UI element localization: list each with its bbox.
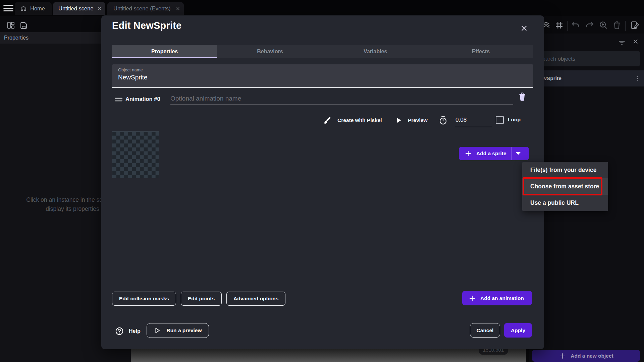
run-preview-button[interactable]: Run a preview: [147, 323, 209, 338]
play-outline-icon: [154, 327, 161, 334]
zoom-in-icon[interactable]: [598, 20, 608, 30]
animation-name-input[interactable]: [170, 93, 513, 105]
edit-points-button[interactable]: Edit points: [181, 292, 222, 306]
brush-icon: [323, 116, 331, 125]
preview-button[interactable]: Preview: [395, 113, 428, 127]
tab-properties[interactable]: Properties: [112, 45, 217, 58]
advanced-options-button[interactable]: Advanced options: [226, 292, 285, 306]
edit-scene-properties-icon[interactable]: [630, 20, 640, 30]
add-sprite-label: Add a sprite: [476, 150, 506, 157]
hamburger-menu-icon[interactable]: [3, 4, 13, 12]
object-list-item[interactable]: NewSprite: [529, 70, 644, 86]
undo-icon[interactable]: [571, 20, 581, 30]
filter-icon[interactable]: [618, 38, 626, 47]
tab-scene-label: Untitled scene: [58, 5, 94, 12]
save-icon[interactable]: [19, 21, 28, 30]
menu-item-files-from-device[interactable]: File(s) from your device: [522, 162, 608, 178]
preview-label: Preview: [408, 117, 428, 123]
object-name-field[interactable]: Object name: [112, 64, 533, 88]
loop-label: Loop: [508, 117, 521, 123]
close-tab-icon[interactable]: [97, 6, 102, 11]
add-sprite-dropdown-arrow[interactable]: [512, 152, 525, 155]
close-dialog-icon[interactable]: [519, 23, 530, 34]
help-label: Help: [129, 328, 141, 334]
add-sprite-dropdown-menu: File(s) from your device Choose from ass…: [522, 162, 608, 211]
plus-icon: [464, 149, 472, 158]
object-item-menu-icon[interactable]: [634, 75, 641, 82]
properties-panel-title: Properties: [4, 35, 29, 41]
plus-icon: [558, 352, 567, 360]
tab-events-label: Untitled scene (Events): [113, 5, 171, 12]
delete-animation-icon[interactable]: [517, 92, 527, 102]
cancel-button[interactable]: Cancel: [470, 323, 500, 338]
play-icon: [395, 117, 402, 124]
close-tab-icon[interactable]: [175, 6, 180, 11]
toolbar-separator: [625, 21, 626, 31]
plus-icon: [468, 294, 476, 302]
toolbar-separator: [567, 21, 568, 31]
add-new-object-label: Add a new object: [571, 353, 613, 359]
close-panel-icon[interactable]: [632, 38, 639, 45]
loop-checkbox[interactable]: [496, 116, 504, 124]
add-animation-button[interactable]: Add an animation: [462, 291, 532, 305]
tab-variables[interactable]: Variables: [323, 45, 428, 58]
time-between-frames-input[interactable]: [455, 115, 492, 127]
apply-button[interactable]: Apply: [504, 323, 532, 338]
grid-icon[interactable]: [554, 20, 564, 30]
object-name-label: Object name: [118, 67, 143, 72]
scene-canvas[interactable]: [131, 349, 526, 362]
redo-icon[interactable]: [585, 20, 595, 30]
tab-behaviors[interactable]: Behaviors: [217, 45, 322, 58]
tab-home[interactable]: Home: [15, 2, 52, 15]
panels-layout-icon[interactable]: [6, 21, 15, 30]
dialog-title: Edit NewSprite: [112, 20, 181, 31]
help-icon: [115, 326, 124, 336]
create-with-piskel-button[interactable]: Create with Piskel: [323, 113, 382, 127]
timer-icon: [438, 113, 448, 127]
add-animation-label: Add an animation: [480, 295, 524, 301]
tab-effects[interactable]: Effects: [428, 45, 533, 58]
help-button[interactable]: Help: [115, 324, 141, 338]
home-icon: [20, 5, 27, 12]
trash-icon[interactable]: [612, 20, 622, 30]
edit-collision-masks-button[interactable]: Edit collision masks: [112, 292, 176, 306]
tab-home-label: Home: [30, 5, 45, 12]
menu-item-choose-from-asset-store[interactable]: Choose from asset store: [522, 178, 608, 195]
edit-sprite-dialog: Edit NewSprite Properties Behaviors Vari…: [101, 15, 544, 349]
tab-untitled-scene-events[interactable]: Untitled scene (Events): [107, 2, 184, 15]
sprite-frame-thumbnail[interactable]: [112, 131, 159, 178]
menu-item-use-public-url[interactable]: Use a public URL: [522, 195, 608, 211]
search-objects-input[interactable]: [534, 51, 640, 66]
chevron-down-icon: [516, 152, 521, 155]
add-sprite-button[interactable]: Add a sprite: [459, 147, 529, 160]
add-new-object-button[interactable]: Add a new object: [532, 350, 640, 362]
tab-untitled-scene[interactable]: Untitled scene: [53, 2, 105, 15]
object-name-input[interactable]: [118, 74, 521, 81]
animation-label: Animation #0: [125, 96, 160, 102]
drag-handle-icon[interactable]: [115, 97, 123, 101]
dialog-tabs: Properties Behaviors Variables Effects: [112, 45, 533, 58]
sprite-edit-actions: Edit collision masks Edit points Advance…: [112, 292, 285, 306]
create-with-piskel-label: Create with Piskel: [337, 117, 382, 123]
